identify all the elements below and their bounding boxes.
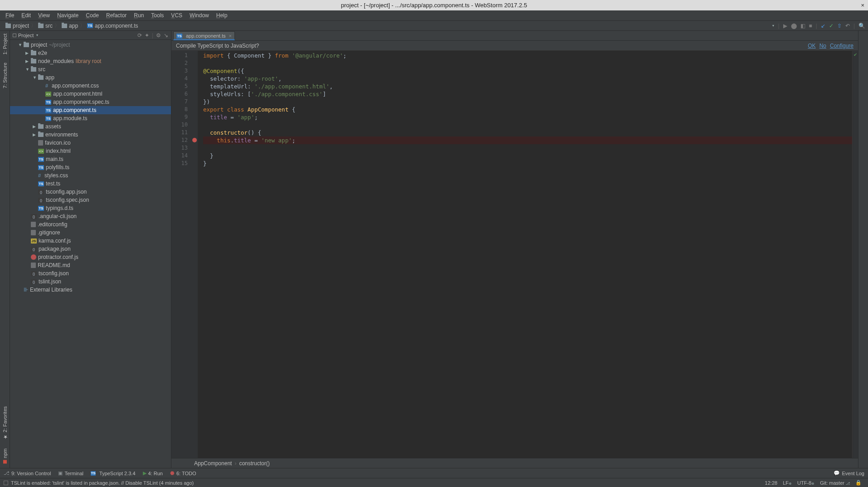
notification-configure-link[interactable]: Configure	[830, 43, 853, 49]
code-content[interactable]: import { Component } from '@angular/core…	[198, 51, 852, 458]
tree-item-protractor-conf-js[interactable]: protractor.conf.js	[10, 253, 171, 261]
toolwin-favorites[interactable]: ★ 2: Favorites	[2, 404, 8, 442]
menu-code[interactable]: Code	[82, 11, 102, 20]
toolwin-project[interactable]: 1: Project	[2, 32, 8, 56]
editor-tab-label: app.component.ts	[186, 33, 225, 39]
menu-tools[interactable]: Tools	[147, 11, 167, 20]
tree-item-tsconfig-json[interactable]: {}tsconfig.json	[10, 269, 171, 278]
bottom-terminal[interactable]: ▣Terminal	[58, 470, 83, 476]
hide-icon[interactable]: ↘	[164, 32, 168, 39]
bottom-6--todo[interactable]: ⬣6: TODO	[170, 470, 196, 476]
stop-button[interactable]: ■	[809, 23, 812, 29]
toolwin-npm[interactable]: npm	[2, 447, 8, 465]
editor-tab-app-component[interactable]: TS app.component.ts ×	[173, 31, 235, 40]
breakpoint-icon[interactable]	[192, 138, 197, 142]
tree-item-src[interactable]: ▼src	[10, 65, 171, 73]
event-log-button[interactable]: 💬Event Log	[834, 470, 864, 476]
run-config-dropdown[interactable]: ▾	[772, 24, 774, 28]
editor-tab-close-icon[interactable]: ×	[229, 33, 231, 39]
breadcrumb-app.component.ts[interactable]: TSapp.component.ts	[84, 23, 141, 29]
tree-item-app[interactable]: ▼app	[10, 73, 171, 82]
tree-item-main-ts[interactable]: TSmain.ts	[10, 155, 171, 163]
window-close-button[interactable]: ×	[861, 2, 864, 9]
menu-view[interactable]: View	[34, 11, 54, 20]
breadcrumb-src[interactable]: src	[35, 23, 55, 29]
vcs-push-button[interactable]: ⇧	[837, 23, 842, 29]
collapse-all-icon[interactable]: ✦	[145, 32, 149, 39]
tree-item-README-md[interactable]: README.md	[10, 261, 171, 269]
menu-refactor[interactable]: Refactor	[102, 11, 130, 20]
project-tree[interactable]: ▼project~/project▶e2e▶node_moduleslibrar…	[10, 40, 171, 468]
notification-no-link[interactable]: No	[819, 43, 826, 49]
tree-item-app-component-css[interactable]: #app.component.css	[10, 82, 171, 90]
breadcrumb-project[interactable]: project	[3, 23, 32, 29]
bottom-typescript-2-3-4[interactable]: TSTypeScript 2.3.4	[91, 471, 136, 476]
vcs-commit-button[interactable]: ✓	[829, 23, 834, 29]
toolwin-structure[interactable]: 7: Structure	[2, 61, 8, 90]
tree-item-project[interactable]: ▼project~/project	[10, 41, 171, 49]
tree-item-tsconfig-spec-json[interactable]: {}tsconfig.spec.json	[10, 196, 171, 204]
tree-item-polyfills-ts[interactable]: TSpolyfills.ts	[10, 163, 171, 171]
notification-ok-link[interactable]: OK	[808, 43, 815, 49]
menu-window[interactable]: Window	[186, 11, 213, 20]
tree-item-styles-css[interactable]: #styles.css	[10, 171, 171, 180]
breakpoint-gutter[interactable]	[191, 51, 198, 458]
tree-item-app-component-spec-ts[interactable]: TSapp.component.spec.ts	[10, 98, 171, 106]
tree-item-test-ts[interactable]: TStest.ts	[10, 180, 171, 188]
editor-notification-bar: Compile TypeScript to JavaScript? OK No …	[171, 41, 858, 51]
menu-edit[interactable]: Edit	[18, 11, 34, 20]
tree-item-app-component-ts[interactable]: TSapp.component.ts	[10, 106, 171, 114]
menu-navigate[interactable]: Navigate	[54, 11, 82, 20]
tree-item-assets[interactable]: ▶assets	[10, 122, 171, 131]
tree-item-e2e[interactable]: ▶e2e	[10, 49, 171, 57]
tree-item-app-component-html[interactable]: <>app.component.html	[10, 90, 171, 98]
search-everywhere-button[interactable]: 🔍	[858, 23, 865, 29]
tree-item-node_modules[interactable]: ▶node_moduleslibrary root	[10, 57, 171, 65]
scroll-to-source-icon[interactable]: ⟳	[137, 32, 142, 39]
run-button[interactable]: ▶	[783, 23, 787, 29]
tree-item-karma-conf-js[interactable]: JSkarma.conf.js	[10, 237, 171, 245]
file-encoding[interactable]: UTF-8≑	[795, 480, 817, 486]
breadcrumb-method[interactable]: constructor()	[239, 460, 269, 467]
debug-button[interactable]: ⬤	[791, 23, 797, 29]
menu-run[interactable]: Run	[130, 11, 147, 20]
project-view-label[interactable]: Project	[18, 33, 34, 38]
status-icon[interactable]	[4, 481, 8, 485]
tree-item-External-Libraries[interactable]: ⊪External Libraries	[10, 286, 171, 294]
vcs-revert-button[interactable]: ↶	[845, 23, 850, 29]
tree-item--gitignore[interactable]: .gitignore	[10, 229, 171, 237]
settings-icon[interactable]: ⚙	[156, 32, 161, 39]
tree-item-environments[interactable]: ▶environments	[10, 131, 171, 139]
window-title: project - [~/project] - .../src/app/app.…	[341, 2, 527, 9]
navbar-actions: ▾ | ▶ ⬤ ◧ ■ | ↙ ✓ ⇧ ↶ | 🔍	[772, 23, 865, 29]
tree-item-tsconfig-app-json[interactable]: {}tsconfig.app.json	[10, 188, 171, 196]
bottom-9--version-control[interactable]: ⎇9: Version Control	[4, 470, 51, 476]
tree-item-favicon-ico[interactable]: favicon.ico	[10, 139, 171, 147]
menu-vcs[interactable]: VCS	[167, 11, 186, 20]
editor-marker-strip[interactable]: ✔	[853, 51, 858, 458]
line-number-gutter[interactable]: 123456789101112131415	[171, 51, 191, 458]
coverage-button[interactable]: ◧	[800, 23, 805, 29]
code-editor[interactable]: 123456789101112131415 import { Component…	[171, 51, 858, 458]
git-branch[interactable]: Git: master ⎇	[817, 480, 853, 486]
left-tool-stripe: 1: Project 7: Structure ★ 2: Favorites n…	[0, 31, 10, 468]
menu-file[interactable]: File	[2, 11, 18, 20]
vcs-update-button[interactable]: ↙	[821, 23, 825, 29]
tree-item-app-module-ts[interactable]: TSapp.module.ts	[10, 114, 171, 122]
tree-item--editorconfig[interactable]: .editorconfig	[10, 220, 171, 229]
cursor-position[interactable]: 12:28	[762, 480, 780, 486]
tree-item-typings-d-ts[interactable]: TStypings.d.ts	[10, 204, 171, 212]
right-tool-stripe	[858, 31, 868, 468]
breadcrumb-class[interactable]: AppComponent	[194, 460, 232, 467]
breadcrumb-app[interactable]: app	[59, 23, 81, 29]
tree-item-tslint-json[interactable]: {}tslint.json	[10, 278, 171, 286]
menu-help[interactable]: Help	[213, 11, 231, 20]
tree-item-index-html[interactable]: <>index.html	[10, 147, 171, 155]
status-message[interactable]: TSLint is enabled: 'tslint' is listed in…	[11, 480, 194, 486]
tree-item-package-json[interactable]: {}package.json	[10, 245, 171, 253]
bottom-4--run[interactable]: ▶4: Run	[143, 470, 163, 476]
window-titlebar: project - [~/project] - .../src/app/app.…	[0, 0, 868, 10]
tree-item--angular-cli-json[interactable]: {}.angular-cli.json	[10, 212, 171, 220]
lock-icon[interactable]: 🔒	[853, 480, 864, 486]
line-separator[interactable]: LF≑	[780, 480, 795, 486]
